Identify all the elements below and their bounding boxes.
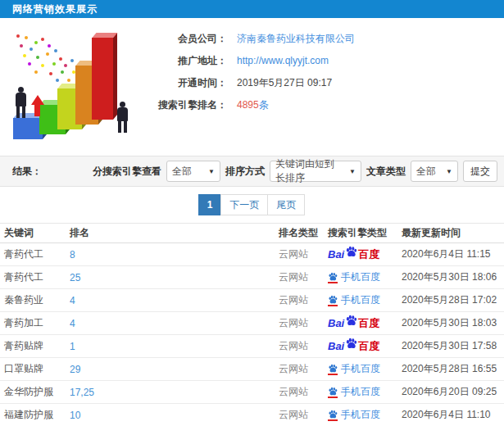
chart-bar-red: [92, 38, 113, 120]
table-row: 金华防护服17,25云网站 手机百度 2020年6月20日 09:25: [0, 381, 504, 404]
rank-link[interactable]: 10: [70, 410, 80, 421]
rank-type-cell: 云网站: [275, 243, 324, 266]
sort-select[interactable]: 关键词由短到长排序 ▼: [270, 161, 361, 182]
engine-cell: 手机百度: [324, 266, 397, 289]
mobile-baidu-label: 手机百度: [341, 293, 380, 307]
updated-cell: 2020年5月30日 18:03: [397, 312, 504, 335]
table-row: 膏药代工25云网站 手机百度 2020年5月30日 18:06: [0, 266, 504, 289]
title-bar: 网络营销效果展示: [0, 0, 504, 18]
table-row: 秦鲁药业4云网站 手机百度 2020年5月28日 17:02: [0, 289, 504, 312]
mobile-baidu-logo: 手机百度: [328, 362, 380, 376]
rank-type-cell: 云网站: [275, 335, 324, 358]
baidu-paw-icon: [328, 387, 338, 397]
rank-cell: 29: [66, 358, 275, 381]
mobile-baidu-logo: 手机百度: [328, 408, 380, 422]
engine-filter-label: 分搜索引擎查看: [93, 165, 161, 179]
chevron-down-icon: ▼: [202, 168, 215, 175]
keyword-cell: 福建防护服: [0, 404, 66, 426]
baidu-paw-icon: [328, 295, 338, 305]
mobile-baidu-logo: 手机百度: [328, 270, 380, 284]
table-header-row: 关键词 排名 排名类型 搜索引擎类型 最新更新时间: [0, 224, 504, 243]
article-type-value: 全部: [416, 165, 436, 179]
mobile-baidu-label: 手机百度: [341, 270, 380, 284]
engine-cell: 手机百度: [324, 404, 397, 426]
table-row: 膏药贴牌1云网站 Bai 百度 2020年5月30日 17:58: [0, 335, 504, 358]
article-type-select[interactable]: 全部 ▼: [411, 161, 458, 182]
mobile-baidu-label: 手机百度: [341, 385, 380, 399]
rank-link[interactable]: 29: [70, 364, 80, 375]
pagination: 1 下一页 尾页: [0, 187, 504, 223]
promo-url-row: 推广地址： http://www.qlyyjt.com: [149, 55, 496, 66]
mobile-baidu-logo: 手机百度: [328, 385, 380, 399]
header-updated: 最新更新时间: [397, 224, 504, 243]
keyword-cell: 膏药加工: [0, 312, 66, 335]
member-company-link[interactable]: 济南秦鲁药业科技有限公司: [237, 33, 355, 44]
rank-type-cell: 云网站: [275, 358, 324, 381]
promo-url-link[interactable]: http://www.qlyyjt.com: [237, 55, 329, 66]
article-type-label: 文章类型: [366, 165, 406, 179]
businessman-figure-left: [15, 87, 26, 118]
open-time-label: 开通时间：: [149, 77, 227, 88]
keyword-cell: 膏药贴牌: [0, 335, 66, 358]
engine-filter-value: 全部: [172, 165, 192, 179]
rank-cell: 10: [66, 404, 275, 426]
last-page-button[interactable]: 尾页: [267, 194, 305, 215]
engine-rank-label: 搜索引擎排名：: [149, 99, 227, 111]
result-label: 结果：: [12, 165, 42, 179]
member-company-label: 会员公司：: [149, 33, 227, 44]
engine-cell: 手机百度: [324, 358, 397, 381]
updated-cell: 2020年6月20日 09:25: [397, 381, 504, 404]
rank-cell: 25: [66, 266, 275, 289]
mobile-baidu-paw-icon: [328, 364, 338, 375]
baidu-logo: Bai 百度: [328, 247, 379, 262]
header-rank: 排名: [66, 224, 275, 243]
updated-cell: 2020年5月28日 16:55: [397, 358, 504, 381]
baidu-logo: Bai 百度: [328, 316, 379, 331]
mobile-baidu-paw-icon: [328, 272, 338, 283]
baidu-paw-icon: [328, 364, 338, 374]
member-company-row: 会员公司： 济南秦鲁药业科技有限公司: [149, 33, 496, 44]
engine-filter-select[interactable]: 全部 ▼: [166, 161, 220, 182]
engine-rank-value: 4895条: [237, 99, 269, 111]
bar-chart-illustration: [5, 23, 143, 146]
updated-cell: 2020年5月28日 17:02: [397, 289, 504, 312]
keyword-cell: 膏药代工: [0, 243, 66, 266]
page-button-current[interactable]: 1: [198, 194, 222, 215]
header-keyword: 关键词: [0, 224, 66, 243]
top-section: 会员公司： 济南秦鲁药业科技有限公司 推广地址： http://www.qlyy…: [0, 18, 504, 147]
rank-link[interactable]: 8: [70, 249, 75, 261]
mobile-baidu-label: 手机百度: [341, 408, 380, 422]
rank-type-cell: 云网站: [275, 381, 324, 404]
keyword-cell: 金华防护服: [0, 381, 66, 404]
submit-button[interactable]: 提交: [463, 161, 497, 182]
rank-link[interactable]: 17,25: [70, 387, 94, 398]
header-rank-type: 排名类型: [275, 224, 324, 243]
updated-cell: 2020年5月30日 17:58: [397, 335, 504, 358]
baidu-paw-icon: [328, 272, 338, 282]
next-page-button[interactable]: 下一页: [220, 194, 268, 215]
mobile-baidu-paw-icon: [328, 410, 338, 421]
rank-link[interactable]: 4: [70, 295, 75, 306]
chevron-down-icon: ▼: [343, 168, 356, 175]
table-row: 口罩贴牌29云网站 手机百度 2020年5月28日 16:55: [0, 358, 504, 381]
rank-type-cell: 云网站: [275, 289, 324, 312]
rank-link[interactable]: 25: [70, 272, 80, 283]
header-engine-type: 搜索引擎类型: [324, 224, 397, 243]
baidu-logo: Bai 百度: [328, 339, 379, 354]
baidu-paw-icon: [328, 410, 338, 419]
member-info-panel: 会员公司： 济南秦鲁药业科技有限公司 推广地址： http://www.qlyy…: [143, 23, 496, 147]
engine-cell: 手机百度: [324, 381, 397, 404]
confetti-dots-decoration: [16, 34, 20, 38]
growth-arrow-icon: [31, 93, 44, 116]
engine-cell: Bai 百度: [324, 335, 397, 358]
rank-type-cell: 云网站: [275, 404, 324, 426]
mobile-baidu-logo: 手机百度: [328, 293, 380, 307]
table-row: 膏药加工4云网站 Bai 百度 2020年5月30日 18:03: [0, 312, 504, 335]
baidu-paw-icon: [345, 246, 357, 258]
engine-rank-row: 搜索引擎排名： 4895条: [149, 99, 496, 111]
rank-link[interactable]: 1: [70, 341, 75, 352]
results-table: 关键词 排名 排名类型 搜索引擎类型 最新更新时间 膏药代工8云网站 Bai 百…: [0, 223, 504, 426]
rank-link[interactable]: 4: [70, 318, 75, 329]
rank-cell: 4: [66, 289, 275, 312]
baidu-paw-icon: [345, 315, 357, 327]
